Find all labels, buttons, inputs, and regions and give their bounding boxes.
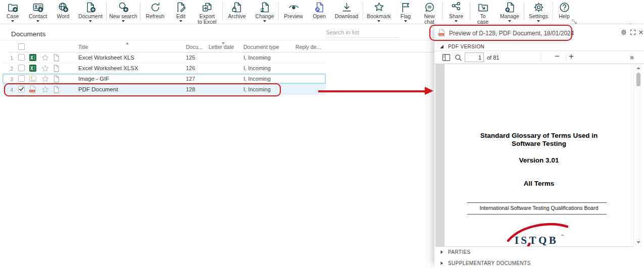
row-number: 4	[3, 87, 13, 93]
toolbar-button-case[interactable]: Case	[1, 2, 24, 22]
toolbar-button-edit[interactable]: Edit	[170, 2, 192, 22]
table-row[interactable]: 3Image - GIF127I, Incoming	[3, 74, 326, 84]
cell-title: Excel Worksheet XLSX	[78, 65, 138, 71]
cell-title: PDF Document	[78, 86, 118, 92]
document-add-icon	[85, 2, 96, 13]
toolbar-button-open[interactable]: Open	[308, 2, 330, 19]
chevron-up-icon[interactable]	[627, 20, 633, 24]
zoom-out-button[interactable]: −	[555, 51, 560, 62]
select-all-checkbox[interactable]	[18, 43, 25, 50]
toolbar-button-label: Preview	[284, 14, 303, 19]
scrollbar-thumb[interactable]	[636, 73, 640, 86]
to-case-icon	[477, 2, 489, 13]
section-supplementary-documents[interactable]: SUPPLEMENTARY DOCUMENTS	[434, 260, 644, 268]
settings-gear-icon	[533, 2, 544, 13]
toolbar-button-share[interactable]: Share	[442, 2, 470, 22]
toolbar-button-flag[interactable]: Flag	[394, 2, 417, 22]
help-icon	[559, 2, 570, 13]
fullscreen-icon[interactable]	[630, 29, 636, 35]
cell-document-type: I, Incoming	[243, 86, 271, 92]
page-count-label: of 81	[487, 55, 499, 61]
toolbar-button-settings[interactable]: Settings	[524, 2, 553, 22]
refresh-icon	[150, 2, 161, 13]
toolbar-button-download[interactable]: Download	[330, 2, 363, 19]
page-title: Documents	[11, 30, 45, 38]
toolbar-button-archive[interactable]: Archive	[223, 2, 251, 19]
toolbar-button-label: Flag	[401, 14, 411, 19]
preview-eye-icon	[288, 2, 300, 13]
toolbar-button-label: Download	[335, 14, 359, 19]
edit-icon	[175, 2, 187, 13]
toolbar-button-contact[interactable]: Contact	[24, 2, 52, 22]
column-header-letter-date[interactable]: Letter date	[209, 44, 234, 50]
application-window: CaseContactWordDocumentNew searchRefresh…	[0, 0, 644, 268]
toolbar-button-refresh[interactable]: Refresh	[140, 2, 170, 19]
pdf-page: Standard Glossary of Terms Used in Softw…	[444, 64, 634, 247]
dropdown-caret-icon	[377, 20, 380, 22]
export-excel-icon	[202, 2, 213, 13]
pdf-file-icon	[438, 29, 446, 37]
toolbar-button-help[interactable]: Help	[553, 2, 575, 19]
toolbar-button-manage[interactable]: Manage	[496, 2, 524, 22]
table-row[interactable]: 4PDF Document128I, Incoming	[3, 84, 326, 95]
row-number: 2	[3, 66, 13, 72]
star-icon[interactable]	[41, 65, 49, 72]
page-icon[interactable]	[53, 65, 60, 72]
toolbar-button-label: Tocase	[477, 14, 488, 25]
excel-file-icon	[29, 53, 37, 62]
panel-header-divider	[0, 40, 434, 40]
toolbar-button-preview[interactable]: Preview	[279, 2, 308, 19]
toolbar-button-label: New search	[109, 14, 137, 19]
section-parties[interactable]: PARTIES	[434, 249, 644, 258]
star-icon[interactable]	[41, 54, 49, 62]
toolbar-button-label: Manage	[500, 14, 519, 19]
cell-title: Image - GIF	[78, 76, 109, 82]
dropdown-caret-icon	[263, 20, 266, 22]
cell-doc-number: 125	[186, 55, 195, 61]
dropdown-caret-icon	[36, 20, 39, 22]
scroll-down-icon[interactable]	[636, 240, 641, 245]
column-header-document-type[interactable]: Document type	[243, 44, 279, 50]
zoom-divider: |	[565, 53, 567, 61]
toolbar-button-label: Share	[449, 14, 463, 19]
toolbar-button-export-to-excel[interactable]: Exportto Excel	[192, 2, 222, 25]
more-tools-button[interactable]: »	[630, 53, 634, 61]
column-header-title[interactable]: Title	[78, 44, 88, 50]
toolbar-button-new-search[interactable]: New search	[107, 2, 140, 22]
page-icon[interactable]	[53, 75, 60, 83]
close-icon[interactable]	[638, 29, 644, 35]
page-icon[interactable]	[53, 86, 60, 93]
cell-doc-number: 127	[186, 76, 195, 82]
pdf-file-icon	[29, 85, 37, 93]
share-icon	[451, 2, 462, 13]
table-row[interactable]: 2Excel Worksheet XLSX126I, Incoming	[3, 63, 326, 74]
toolbar-button-word[interactable]: Word	[52, 2, 75, 19]
column-header-reply-de[interactable]: Reply de...	[295, 44, 321, 50]
toolbar-button-to-case[interactable]: Tocase	[470, 2, 496, 25]
gear-icon[interactable]	[621, 29, 627, 35]
dropdown-caret-icon	[89, 20, 92, 22]
section-collapsed-icon	[439, 250, 444, 254]
dialog-launcher-icon[interactable]	[572, 18, 577, 23]
scroll-up-icon[interactable]	[636, 65, 641, 70]
dropdown-caret-icon	[537, 20, 540, 22]
toolbar-button-label: Open	[313, 14, 326, 19]
toolbar-button-new-chat[interactable]: Newchat	[417, 2, 442, 25]
scrollbar[interactable]	[635, 64, 641, 247]
toolbar-button-bookmark[interactable]: Bookmark	[363, 2, 394, 22]
thumbnails-panel-icon[interactable]	[442, 53, 451, 62]
table-row[interactable]: 1Excel Worksheet XLS125I, Incoming	[3, 52, 326, 63]
change-icon	[259, 2, 271, 13]
star-icon[interactable]	[41, 86, 49, 93]
star-icon[interactable]	[41, 75, 49, 83]
search-icon[interactable]	[455, 54, 462, 62]
toolbar-button-document[interactable]: Document	[75, 2, 106, 22]
toolbar-button-change[interactable]: Change	[251, 2, 278, 22]
bookmark-star-icon	[373, 2, 385, 13]
column-header-doc-number[interactable]: Docu...	[186, 44, 203, 50]
search-in-list-input[interactable]: Search in list	[326, 29, 399, 38]
dropdown-caret-icon	[11, 20, 14, 22]
zoom-in-button[interactable]: +	[569, 51, 574, 62]
page-number-input[interactable]	[465, 52, 484, 62]
page-icon[interactable]	[53, 54, 60, 62]
